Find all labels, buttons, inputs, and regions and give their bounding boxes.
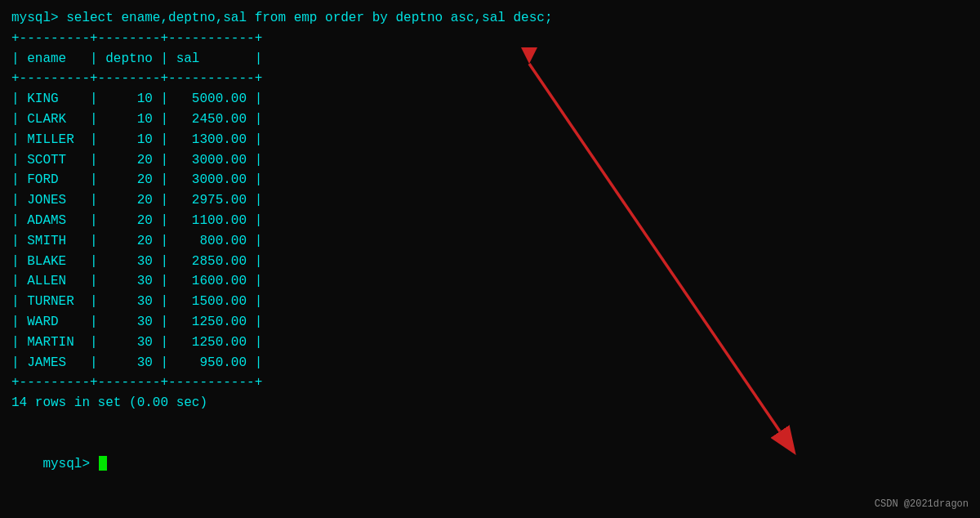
table-row: | FORD | 20 | 3000.00 | (11, 170, 969, 190)
separator-mid: +---------+--------+-----------+ (11, 69, 969, 89)
watermark: CSDN @2021dragon (875, 498, 969, 510)
table-row: | BLAKE | 30 | 2850.00 | (11, 252, 969, 272)
result-info: 14 rows in set (0.00 sec) (11, 393, 969, 413)
separator-top: +---------+--------+-----------+ (11, 29, 969, 49)
prompt-text: mysql> (42, 457, 97, 471)
table-row: | MARTIN | 30 | 1250.00 | (11, 333, 969, 353)
table-row: | ALLEN | 30 | 1600.00 | (11, 271, 969, 292)
table-row: | JAMES | 30 | 950.00 | (11, 353, 969, 373)
header-row: | ename | deptno | sal | (11, 49, 969, 69)
table-row: | ADAMS | 20 | 1100.00 | (11, 211, 969, 231)
terminal-window: mysql> select ename,deptno,sal from emp … (0, 0, 980, 518)
table-row: | WARD | 30 | 1250.00 | (11, 312, 969, 333)
empty-line (11, 413, 969, 434)
table-row: | MILLER | 10 | 1300.00 | (11, 130, 969, 150)
table-row: | KING | 10 | 5000.00 | (11, 89, 969, 109)
next-prompt-line: mysql> (11, 434, 969, 494)
table-row: | SCOTT | 20 | 3000.00 | (11, 150, 969, 171)
table-row: | JONES | 20 | 2975.00 | (11, 190, 969, 211)
table-row: | SMITH | 20 | 800.00 | (11, 231, 969, 252)
cursor-block (99, 456, 107, 471)
table-row: | CLARK | 10 | 2450.00 | (11, 109, 969, 130)
table-row: | TURNER | 30 | 1500.00 | (11, 292, 969, 312)
separator-bottom: +---------+--------+-----------+ (11, 373, 969, 393)
command-line: mysql> select ename,deptno,sal from emp … (11, 8, 969, 29)
